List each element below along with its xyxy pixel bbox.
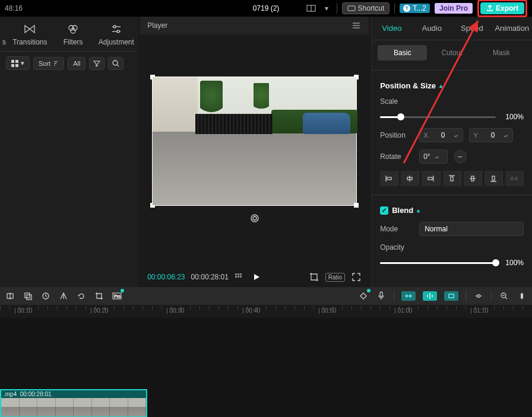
smart-tool-icon[interactable]: Pro [112, 291, 122, 301]
svg-rect-12 [11, 64, 14, 67]
section-blend[interactable]: ✓ Blend ▴ [372, 200, 532, 218]
svg-rect-37 [492, 176, 495, 180]
scale-label: Scale [380, 97, 413, 106]
keyframe-icon[interactable] [358, 291, 369, 301]
view-grid-button[interactable]: ▾ [6, 56, 30, 70]
section-position-size[interactable]: Position & Size ▴ [372, 75, 532, 94]
clip-filename: .mp4 [4, 391, 17, 397]
user-badge[interactable]: T T...2 [400, 4, 430, 13]
svg-rect-31 [428, 177, 432, 180]
duration-time: 00:00:28:01 [191, 273, 229, 281]
position-x-input[interactable]: X 0 ▴▾ [419, 128, 463, 142]
svg-rect-48 [380, 292, 382, 297]
filter-all-button[interactable]: All [68, 57, 86, 70]
scale-slider[interactable] [380, 116, 496, 118]
align-right[interactable] [422, 171, 440, 186]
export-button[interactable]: Export [480, 2, 524, 14]
tab-transitions[interactable]: Transitions [8, 17, 52, 51]
player-menu-icon[interactable] [351, 20, 362, 31]
adjustment-icon [97, 23, 135, 36]
caret-icon: ▴ [439, 82, 442, 89]
ratio-button[interactable]: Ratio [325, 273, 345, 282]
video-preview[interactable] [152, 77, 357, 206]
inspector-tab-speed[interactable]: Speed [452, 17, 492, 40]
dropdown-caret-icon[interactable]: ▾ [321, 3, 332, 14]
svg-line-15 [117, 65, 119, 66]
tab-filters[interactable]: Filters [52, 17, 95, 51]
svg-rect-33 [451, 177, 453, 181]
svg-rect-25 [240, 276, 242, 278]
alignment-row [372, 167, 532, 190]
sort-button[interactable]: Sort [33, 57, 64, 70]
project-title: 0719 (2) [253, 4, 280, 12]
subtab-cutout[interactable]: Cutout [427, 45, 476, 61]
align-center-h[interactable] [401, 171, 419, 186]
current-time: 00:00:06:23 [147, 273, 185, 281]
svg-rect-10 [11, 60, 14, 63]
video-clip[interactable]: .mp4 00:00:28:01 [0, 389, 147, 417]
player-panel: Player [140, 17, 369, 287]
svg-rect-43 [27, 295, 31, 300]
marker-teal-1[interactable] [401, 291, 416, 301]
ruler-tick: | 00:10 [14, 307, 32, 314]
zoom-slider-handle[interactable] [517, 291, 527, 301]
snap-icon[interactable] [473, 291, 484, 301]
blend-mode-select[interactable]: Normal [419, 222, 524, 236]
svg-rect-2 [348, 6, 355, 11]
inspector-tab-audio[interactable]: Audio [412, 17, 452, 40]
layout-icon[interactable] [306, 3, 316, 14]
tab-adjustment[interactable]: Adjustment [94, 17, 138, 51]
timeline-ruler[interactable]: | 00:10| 00:20| 00:30| 00:40| 00:50| 01:… [0, 305, 532, 318]
blend-checkbox[interactable]: ✓ [380, 206, 388, 215]
search-button[interactable] [108, 57, 124, 70]
mirror-icon[interactable] [58, 291, 69, 301]
mic-icon[interactable] [376, 291, 387, 301]
filters-icon [54, 23, 93, 36]
svg-rect-11 [15, 60, 18, 63]
subtab-mask[interactable]: Mask [477, 45, 526, 61]
position-y-input[interactable]: Y 0 ▴▾ [469, 128, 513, 142]
shortcut-button[interactable]: Shortcut [342, 2, 390, 14]
fullscreen-icon[interactable] [351, 272, 362, 282]
filter-icon-button[interactable] [89, 57, 104, 70]
split-icon[interactable] [5, 291, 15, 301]
crop-icon[interactable] [309, 272, 319, 282]
player-controls: 00:00:06:23 00:00:28:01 Ratio [140, 267, 369, 287]
align-left[interactable] [380, 171, 398, 186]
reverse-icon[interactable] [40, 291, 51, 301]
play-button[interactable] [251, 272, 262, 282]
svg-rect-42 [25, 293, 30, 298]
svg-rect-55 [449, 294, 454, 298]
marker-teal-3[interactable] [444, 291, 458, 301]
zoom-out-icon[interactable] [499, 291, 509, 301]
marker-teal-2[interactable] [423, 291, 437, 301]
subtab-basic[interactable]: Basic [378, 45, 427, 61]
align-top[interactable] [443, 171, 461, 186]
tab-effects-partial[interactable]: s [0, 17, 8, 51]
join-pro-button[interactable]: Join Pro [435, 3, 473, 14]
opacity-label: Opacity [380, 243, 413, 252]
compare-toggle-icon[interactable] [249, 213, 260, 224]
svg-rect-58 [477, 295, 480, 297]
inspector-tab-animation[interactable]: Animation [492, 17, 532, 40]
rotate-icon[interactable] [76, 291, 87, 301]
inspector-panel: Video Audio Speed Animation Basic Cutout… [371, 17, 532, 287]
inspector-tab-video[interactable]: Video [372, 17, 411, 40]
copy-icon[interactable] [23, 291, 33, 301]
svg-rect-23 [235, 276, 237, 278]
svg-point-7 [113, 26, 116, 28]
list-view-icon[interactable] [235, 272, 245, 282]
align-center-v[interactable] [464, 171, 482, 186]
svg-rect-13 [15, 64, 18, 67]
timecode-left: 48:16 [5, 4, 23, 12]
timeline-tracks[interactable]: .mp4 00:00:28:01 [0, 318, 532, 417]
align-bottom[interactable] [484, 171, 503, 186]
shortcut-label: Shortcut [358, 4, 385, 12]
rotate-reset-button[interactable]: − [454, 150, 467, 163]
rotate-input[interactable]: 0° ▴▾ [419, 149, 447, 164]
rotate-label: Rotate [380, 152, 413, 161]
top-bar: 48:16 0719 (2) ▾ Shortcut T T...2 Join P… [0, 0, 532, 17]
crop-tool-icon[interactable] [94, 291, 104, 301]
transitions-icon [11, 23, 49, 36]
opacity-slider[interactable] [380, 262, 496, 264]
